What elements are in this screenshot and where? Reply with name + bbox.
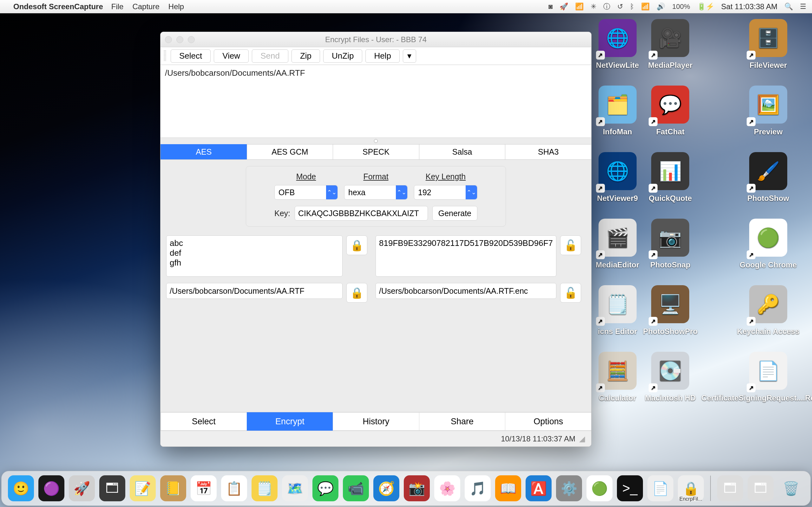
menu-help[interactable]: Help <box>168 2 184 11</box>
menubar-wifi-alt-icon[interactable]: 📶 <box>575 3 583 11</box>
dock-item-notes[interactable]: 📝 <box>130 475 156 501</box>
desktop-icon[interactable]: 📊↗QuickQuote <box>641 152 699 219</box>
desktop-icon[interactable]: 🎬↗MediaEditor <box>594 219 641 285</box>
toolbar-zip-button[interactable]: Zip <box>292 49 320 63</box>
menubar-timemachine-icon[interactable]: ↺ <box>617 3 623 11</box>
desktop-icon[interactable]: 🌐↗NetViewLite <box>594 19 641 86</box>
desktop-icon[interactable]: 💬↗FatChat <box>641 86 699 152</box>
dock-item-photobooth[interactable]: 📸 <box>404 475 430 501</box>
format-select[interactable]: hexa ⌃⌄ <box>344 185 408 200</box>
dock-item-launchpad[interactable]: 🚀 <box>69 475 95 501</box>
resize-grip-icon[interactable]: ◢ <box>579 435 585 443</box>
dock-item-doc2[interactable]: 🗔 <box>748 475 774 501</box>
desktop-icon[interactable]: 🗒️↗icns Editor <box>594 285 641 352</box>
encrypt-text-button[interactable]: 🔒 <box>346 235 367 255</box>
desktop-icon[interactable]: 📷↗PhotoSnap <box>641 219 699 285</box>
dock-item-messages[interactable]: 💬 <box>312 475 339 501</box>
window-zoom-button[interactable] <box>188 36 195 43</box>
bottom-tab[interactable]: Encrypt <box>247 412 334 431</box>
dock-item-doc1[interactable]: 🗔 <box>717 475 743 501</box>
desktop-icon[interactable]: 🟢↗Google Chrome <box>699 219 812 285</box>
window-close-button[interactable] <box>165 36 172 43</box>
menubar-wifi-icon[interactable]: 📶 <box>641 3 650 11</box>
dock-item-reminders[interactable]: 📋 <box>221 475 247 501</box>
menubar-rocket-icon[interactable]: 🚀 <box>560 3 568 11</box>
dock-item-chrome[interactable]: 🟢 <box>587 475 612 501</box>
desktop-icon[interactable]: 🧮↗Calculator <box>594 352 641 418</box>
dock-item-mission-control[interactable]: 🗔 <box>99 475 125 501</box>
decrypt-text-button[interactable]: 🔓 <box>560 235 581 255</box>
desktop-icon[interactable]: 🎥↗MediaPlayer <box>641 19 699 86</box>
menubar-spotlight-icon[interactable]: 🔍 <box>784 3 793 11</box>
dock-item-appstore[interactable]: 🅰️ <box>525 475 552 501</box>
dock-item-maps[interactable]: 🗺️ <box>282 475 308 501</box>
algo-tab[interactable]: AES <box>160 144 247 159</box>
window-titlebar[interactable]: Encrypt Files - User: - BBB 74 <box>160 32 591 47</box>
toolbar-help-button[interactable]: Help <box>365 49 399 63</box>
bottom-tab[interactable]: Share <box>419 412 506 431</box>
desktop-icon[interactable]: 📄↗CertificateSigningRequest....Request <box>699 352 812 418</box>
menubar-antivirus-icon[interactable]: ✳︎ <box>591 3 596 11</box>
menubar-bluetooth-icon[interactable]: ᛒ <box>630 3 634 11</box>
menu-capture[interactable]: Capture <box>132 2 159 11</box>
decrypt-file-button[interactable]: 🔓 <box>560 283 581 302</box>
toolbar-view-button[interactable]: View <box>214 49 249 63</box>
window-minimize-button[interactable] <box>176 36 183 43</box>
algo-tab[interactable]: SPECK <box>333 144 419 159</box>
dock-item-calendar[interactable]: 📅 <box>191 475 217 501</box>
bottom-tab[interactable]: History <box>333 412 419 431</box>
desktop-icon[interactable]: 🗄️↗FileViewer <box>699 19 812 86</box>
menubar-battery-icon[interactable]: 🔋⚡ <box>697 3 714 11</box>
dock-item-trash[interactable]: 🗑️ <box>778 475 804 501</box>
key-input[interactable] <box>295 206 428 221</box>
toolbar-select-button[interactable]: Select <box>171 49 211 63</box>
file-list-item[interactable]: /Users/bobcarson/Documents/AA.RTF <box>165 68 587 78</box>
desktop-icon[interactable]: 🌐↗NetViewer9 <box>594 152 641 219</box>
algo-tab[interactable]: SHA3 <box>505 144 592 159</box>
menubar-battery-text[interactable]: 100% <box>672 3 690 11</box>
algo-tab[interactable]: Salsa <box>419 144 506 159</box>
generate-button[interactable]: Generate <box>432 206 477 221</box>
file-list[interactable]: /Users/bobcarson/Documents/AA.RTF <box>160 65 591 138</box>
toolbar-send-button[interactable]: Send <box>252 49 288 63</box>
menu-file[interactable]: File <box>111 2 124 11</box>
menubar-screencapture-icon[interactable]: ◙ <box>548 3 553 11</box>
split-handle[interactable] <box>160 138 591 144</box>
bottom-tab[interactable]: Select <box>160 412 247 431</box>
ciphertext-output[interactable]: 819FB9E33290782117D517B920D539BD96F7 <box>375 235 556 277</box>
keylen-select[interactable]: 192 ⌃⌄ <box>414 185 477 200</box>
encrypt-file-button[interactable]: 🔒 <box>346 283 367 302</box>
dock-item-facetime[interactable]: 📹 <box>343 475 369 501</box>
dock-item-itunes[interactable]: 🎵 <box>465 475 491 501</box>
algo-tab[interactable]: AES GCM <box>247 144 334 159</box>
desktop-icon[interactable]: 🖼️↗Preview <box>699 86 812 152</box>
dock-item-siri[interactable]: 🟣 <box>38 475 64 501</box>
menubar-accessibility-icon[interactable]: ⓘ <box>603 2 610 11</box>
toolbar-grip-icon[interactable] <box>164 50 166 62</box>
menubar-clock[interactable]: Sat 11:03:38 AM <box>721 2 777 11</box>
dock-item-terminal[interactable]: >_ <box>617 475 643 501</box>
desktop-icon[interactable]: 🗂️↗InfoMan <box>594 86 641 152</box>
dock-item-contacts[interactable]: 📒 <box>160 475 186 501</box>
desktop-icon[interactable]: 🖌️↗PhotoShow <box>699 152 812 219</box>
dock-item-finder[interactable]: 🙂 <box>8 475 34 501</box>
toolbar-unzip-button[interactable]: UnZip <box>323 49 362 63</box>
dock-item-preferences[interactable]: ⚙️ <box>556 475 582 501</box>
dock-item-textedit[interactable]: 📄 <box>647 475 673 501</box>
desktop-icon[interactable]: 🔑↗Keychain Access <box>699 285 812 352</box>
toolbar-overflow-button[interactable]: ▾ <box>403 49 416 63</box>
desktop-icon[interactable]: 💽↗Macintosh HD <box>641 352 699 418</box>
output-path-field[interactable] <box>375 283 556 299</box>
dock-item-photos[interactable]: 🌸 <box>434 475 460 501</box>
dock-item-stickies[interactable]: 🗒️ <box>252 475 277 501</box>
menubar-notifications-icon[interactable]: ☰ <box>800 3 806 11</box>
dock-item-safari[interactable]: 🧭 <box>373 475 399 501</box>
plaintext-input[interactable]: abc def gfh <box>166 235 343 277</box>
mode-select[interactable]: OFB ⌃⌄ <box>274 185 338 200</box>
input-path-field[interactable] <box>166 283 343 299</box>
desktop-icon[interactable]: 🖥️↗PhotoShowPro <box>641 285 699 352</box>
menubar-volume-icon[interactable]: 🔊 <box>657 3 665 11</box>
bottom-tab[interactable]: Options <box>505 412 592 431</box>
dock-item-ibooks[interactable]: 📖 <box>495 475 521 501</box>
menubar-app-name[interactable]: Ondesoft ScreenCapture <box>13 2 103 11</box>
